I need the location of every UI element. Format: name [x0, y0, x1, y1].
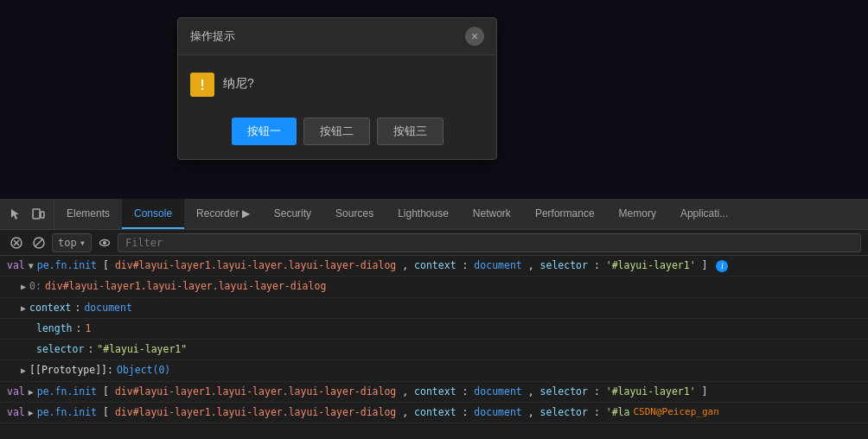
- filter-input[interactable]: [118, 233, 861, 252]
- devtools-tabs-bar: Elements Console Recorder ▶ Security Sou…: [0, 199, 868, 230]
- triangle-child-1a[interactable]: ▶: [21, 279, 26, 293]
- console-line-3[interactable]: val ▶ pe.fn.init [ div#layui-layer1.layu…: [0, 403, 868, 423]
- svg-rect-0: [33, 209, 40, 219]
- button-one[interactable]: 按钮一: [232, 118, 297, 145]
- button-three[interactable]: 按钮三: [377, 118, 444, 145]
- triangle-1[interactable]: ▼: [29, 258, 34, 272]
- triangle-child-1e[interactable]: ▶: [21, 363, 26, 377]
- eye-icon[interactable]: [95, 233, 114, 252]
- console-child-1a[interactable]: ▶ 0: div#layui-layer1.layui-layer.layui-…: [0, 277, 868, 297]
- block-icon[interactable]: [29, 233, 48, 252]
- device-icon[interactable]: [29, 206, 47, 223]
- console-child-1e[interactable]: ▶ [[Prototype]]: Object(0): [0, 360, 868, 381]
- triangle-child-1b[interactable]: ▶: [21, 301, 26, 315]
- tab-lighthouse[interactable]: Lighthouse: [386, 199, 461, 229]
- console-output: val ▼ pe.fn.init [ div#layui-layer1.layu…: [0, 256, 868, 438]
- devtools-icon-group: [0, 199, 54, 229]
- tab-memory[interactable]: Memory: [607, 199, 668, 229]
- browser-content: 操作提示 × ! 纳尼? 按钮一 按钮二 按钮三: [0, 0, 868, 199]
- clear-console-button[interactable]: [7, 233, 26, 252]
- svg-rect-1: [41, 212, 44, 218]
- modal-dialog: 操作提示 × ! 纳尼? 按钮一 按钮二 按钮三: [177, 17, 497, 160]
- modal-body: ! 纳尼?: [178, 55, 496, 109]
- chevron-down-icon: ▾: [80, 237, 86, 249]
- tab-security[interactable]: Security: [262, 199, 323, 229]
- tab-recorder[interactable]: Recorder ▶: [184, 199, 262, 229]
- val-keyword-3: val: [7, 405, 25, 420]
- button-two[interactable]: 按钮二: [303, 118, 370, 145]
- tab-sources[interactable]: Sources: [323, 199, 386, 229]
- console-text-2: pe.fn.init [ div#layui-layer1.layui-laye…: [37, 385, 708, 399]
- cursor-icon[interactable]: [7, 206, 24, 223]
- svg-point-6: [103, 241, 106, 245]
- devtools-toolbar: top ▾: [0, 230, 868, 256]
- tab-network[interactable]: Network: [461, 199, 523, 229]
- modal-close-button[interactable]: ×: [465, 27, 484, 46]
- triangle-3[interactable]: ▶: [29, 405, 34, 419]
- console-child-1c: length : 1: [0, 319, 868, 340]
- context-selector[interactable]: top ▾: [52, 233, 92, 252]
- console-line-2[interactable]: val ▶ pe.fn.init [ div#layui-layer1.layu…: [0, 382, 868, 403]
- devtools-panel: Elements Console Recorder ▶ Security Sou…: [0, 199, 868, 439]
- csdn-badge: CSDN@Peicep_gan: [633, 405, 718, 420]
- triangle-2[interactable]: ▶: [29, 385, 34, 398]
- modal-message: 纳尼?: [223, 73, 254, 92]
- console-line-1[interactable]: val ▼ pe.fn.init [ div#layui-layer1.layu…: [0, 256, 868, 277]
- console-child-1b[interactable]: ▶ context : document: [0, 298, 868, 319]
- info-icon-1: i: [716, 260, 728, 272]
- tab-application[interactable]: Applicati...: [668, 199, 740, 229]
- tab-elements[interactable]: Elements: [54, 199, 122, 229]
- val-keyword-1: val: [7, 258, 25, 273]
- modal-header: 操作提示 ×: [178, 18, 496, 55]
- modal-title: 操作提示: [190, 29, 235, 44]
- modal-footer: 按钮一 按钮二 按钮三: [178, 109, 496, 159]
- console-text-1: pe.fn.init [ div#layui-layer1.layui-laye…: [37, 258, 729, 273]
- svg-line-4: [35, 239, 43, 246]
- console-child-1d: selector : "#layui-layer1": [0, 340, 868, 360]
- tab-console[interactable]: Console: [122, 199, 184, 229]
- tab-performance[interactable]: Performance: [523, 199, 607, 229]
- warning-icon: !: [190, 73, 214, 97]
- val-keyword-2: val: [7, 385, 25, 399]
- console-text-3: pe.fn.init [ div#layui-layer1.layui-laye…: [37, 405, 630, 420]
